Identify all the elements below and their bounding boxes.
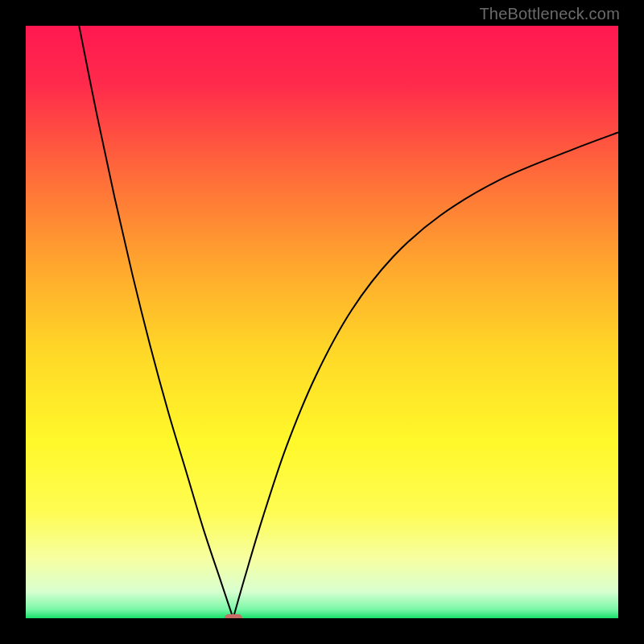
plot-area bbox=[26, 26, 618, 618]
chart-frame: TheBottleneck.com bbox=[0, 0, 644, 644]
bottleneck-curve bbox=[26, 26, 618, 618]
optimal-marker bbox=[225, 614, 242, 618]
watermark-text: TheBottleneck.com bbox=[479, 5, 620, 23]
curve-path bbox=[79, 26, 618, 618]
